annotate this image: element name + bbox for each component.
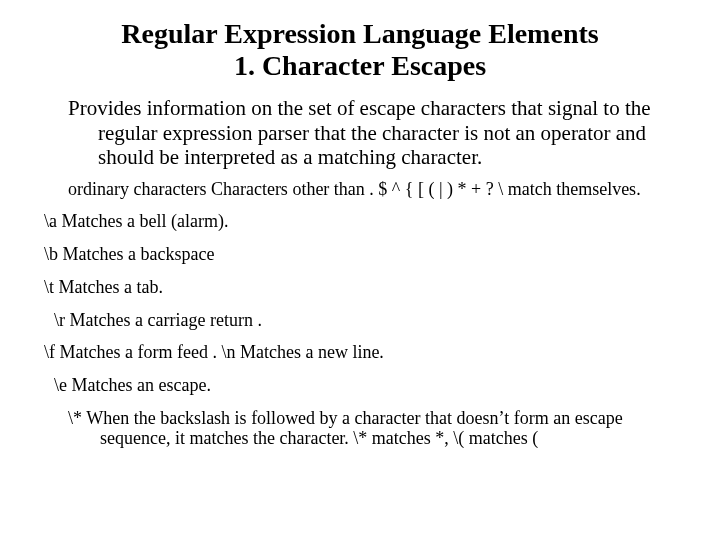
slide-title: Regular Expression Language Elements 1. … [40, 18, 680, 82]
list-item: ordinary characters Characters other tha… [68, 179, 680, 200]
intro-paragraph: Provides information on the set of escap… [68, 96, 680, 168]
slide-content: Regular Expression Language Elements 1. … [0, 0, 720, 471]
title-line-1: Regular Expression Language Elements [121, 18, 598, 49]
list-item: \a Matches a bell (alarm). [44, 211, 680, 232]
list-item: \* When the backslash is followed by a c… [68, 408, 680, 449]
list-item: \t Matches a tab. [44, 277, 680, 298]
list-item: \b Matches a backspace [44, 244, 680, 265]
list-item: \r Matches a carriage return . [54, 310, 680, 331]
list-item: \f Matches a form feed . \n Matches a ne… [44, 342, 680, 363]
list-item: \e Matches an escape. [54, 375, 680, 396]
title-line-2: 1. Character Escapes [234, 50, 486, 81]
